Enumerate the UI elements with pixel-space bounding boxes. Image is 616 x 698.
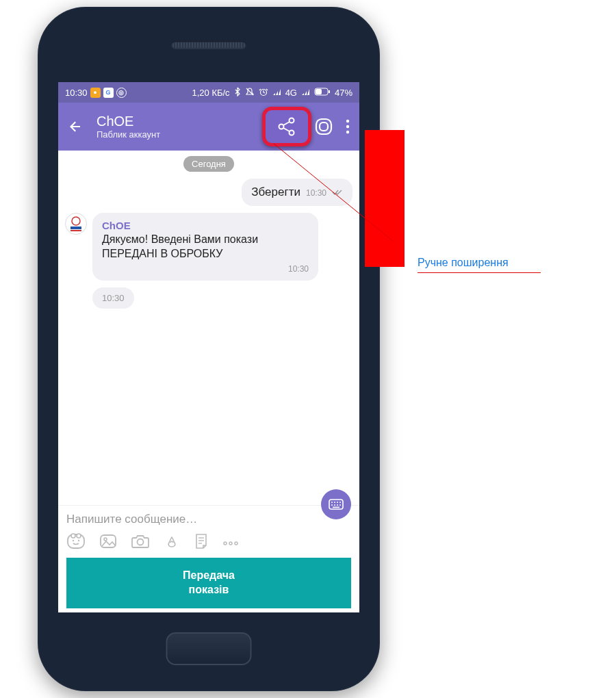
status-bar: 10:30 ● G ◎ 1,20 КБ/с	[58, 82, 359, 103]
home-button[interactable]	[166, 632, 252, 665]
battery-icon	[314, 88, 331, 98]
callout-underline	[418, 272, 541, 273]
svg-point-7	[346, 120, 349, 122]
svg-point-19	[331, 502, 333, 503]
status-right: 1,20 КБ/с 4G	[192, 87, 352, 99]
signal-icon-2	[301, 88, 310, 98]
header-title-block[interactable]: ChOE Паблик аккаунт	[97, 114, 273, 140]
viber-logo-icon[interactable]	[314, 117, 333, 136]
phone-screen: 10:30 ● G ◎ 1,20 КБ/с	[58, 82, 359, 612]
callout-rectangle	[365, 130, 405, 267]
message-time: 10:30	[102, 264, 309, 274]
chat-subtitle: Паблик аккаунт	[97, 129, 273, 140]
svg-point-30	[77, 534, 81, 538]
status-icon-app2: ◎	[116, 88, 127, 98]
more-icon[interactable]	[346, 119, 350, 134]
svg-point-32	[78, 540, 79, 541]
svg-rect-16	[70, 227, 81, 229]
svg-rect-4	[329, 90, 330, 93]
keyboard-button[interactable]	[321, 489, 351, 519]
status-icon-google: G	[103, 88, 114, 98]
svg-rect-17	[70, 230, 81, 231]
back-button[interactable]	[68, 118, 84, 135]
message-text: Зберегти	[251, 185, 300, 199]
date-separator: Сегодня	[183, 156, 234, 172]
svg-point-15	[72, 217, 80, 225]
message-time: 10:30	[306, 188, 326, 198]
app-header: ChOE Паблик аккаунт	[58, 103, 359, 151]
network-label: 4G	[285, 88, 297, 98]
phone-mockup: 10:30 ● G ◎ 1,20 КБ/с	[38, 7, 380, 691]
svg-point-31	[73, 540, 74, 541]
svg-point-34	[104, 538, 107, 541]
signal-icon-1	[272, 88, 281, 98]
delivered-icon	[332, 188, 343, 198]
sender-avatar[interactable]	[65, 213, 87, 235]
svg-point-9	[346, 131, 349, 133]
submit-readings-button[interactable]: Передача показів	[66, 558, 351, 608]
svg-point-29	[71, 534, 75, 538]
svg-rect-3	[316, 89, 322, 94]
status-time: 10:30	[65, 88, 88, 98]
svg-point-35	[138, 539, 144, 545]
doodle-icon[interactable]	[164, 533, 180, 552]
svg-point-24	[334, 504, 335, 506]
message-text: Дякуємо! Введені Вами покази ПЕРЕДАНІ В …	[102, 233, 309, 261]
status-data-speed: 1,20 КБ/с	[192, 88, 229, 98]
action-line2: показів	[77, 583, 340, 597]
svg-point-41	[235, 542, 238, 545]
sticker-icon[interactable]	[66, 533, 86, 552]
svg-point-12	[290, 131, 294, 135]
action-line1: Передача	[77, 569, 340, 583]
svg-line-14	[283, 128, 290, 131]
more-tools-icon[interactable]	[222, 537, 239, 549]
svg-rect-5	[316, 119, 331, 134]
svg-point-20	[334, 502, 335, 503]
phone-speaker	[171, 41, 246, 49]
share-icon	[277, 116, 297, 137]
bluetooth-icon	[234, 87, 241, 99]
svg-point-10	[290, 118, 294, 123]
input-area: Напишите сообщение…	[58, 505, 359, 612]
phone-body: 10:30 ● G ◎ 1,20 КБ/с	[44, 14, 373, 684]
svg-rect-27	[333, 507, 339, 508]
status-icon-app1: ●	[90, 88, 101, 98]
svg-point-25	[337, 504, 338, 506]
message-incoming-row: ChOE Дякуємо! Введені Вами покази ПЕРЕДА…	[65, 213, 352, 281]
svg-point-39	[224, 542, 227, 545]
svg-point-8	[346, 125, 349, 128]
svg-point-23	[331, 504, 333, 506]
svg-line-13	[283, 122, 290, 125]
callout-label: Ручне поширення	[418, 257, 509, 269]
camera-icon[interactable]	[131, 534, 150, 552]
time-pill: 10:30	[92, 287, 134, 309]
chat-title: ChOE	[97, 114, 273, 129]
sender-name: ChOE	[102, 220, 309, 231]
svg-point-11	[279, 125, 284, 129]
chat-body[interactable]: Сегодня Зберегти 10:30 ChOE Дякуємо! Вве…	[58, 151, 359, 505]
mute-icon	[245, 87, 255, 99]
share-button-highlight[interactable]	[262, 107, 311, 146]
alarm-icon	[259, 87, 268, 99]
message-outgoing[interactable]: Зберегти 10:30	[242, 179, 352, 206]
svg-rect-28	[68, 534, 84, 548]
note-icon[interactable]	[194, 533, 209, 552]
gallery-icon[interactable]	[99, 534, 117, 552]
svg-rect-6	[320, 122, 328, 131]
svg-point-22	[339, 502, 341, 503]
status-left: 10:30 ● G ◎	[65, 88, 127, 98]
svg-point-26	[339, 504, 341, 506]
message-input[interactable]: Напишите сообщение…	[66, 513, 321, 526]
message-incoming[interactable]: ChOE Дякуємо! Введені Вами покази ПЕРЕДА…	[92, 213, 318, 281]
battery-percent: 47%	[335, 88, 352, 98]
svg-point-21	[337, 502, 338, 503]
svg-point-40	[229, 542, 232, 545]
